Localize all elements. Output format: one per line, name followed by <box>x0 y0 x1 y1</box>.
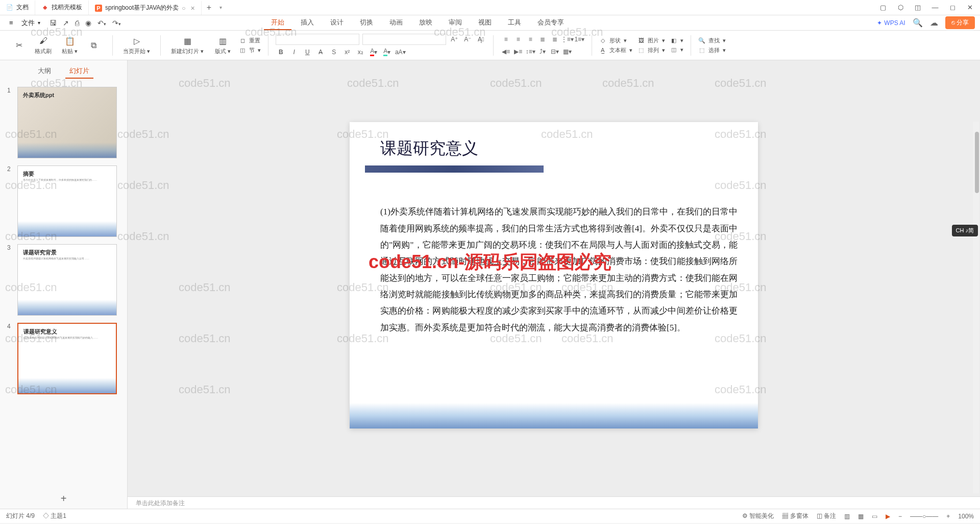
ribbon-tab-design[interactable]: 设计 <box>323 16 351 30</box>
slide-body-text[interactable]: (1)外卖系统伴随着计算机网络的飞速发展而实现能巧妙的融入我们的日常中，在我们的… <box>380 204 738 336</box>
columns-icon[interactable]: ▦▾ <box>562 46 572 57</box>
subscript-button[interactable]: x₂ <box>355 47 365 57</box>
save-icon[interactable]: 🖫 <box>50 19 57 27</box>
print-icon[interactable]: ⎙ <box>75 19 79 27</box>
textbox-button[interactable]: A̲文本框 ▾ <box>599 46 632 54</box>
theme-info[interactable]: ◇ 主题1 <box>43 512 66 520</box>
select-button[interactable]: ⬚选择 ▾ <box>698 46 726 54</box>
multi-window-button[interactable]: ▦ 多窗体 <box>782 512 808 520</box>
sidebar-tab-outline[interactable]: 大纲 <box>34 64 55 79</box>
strikethrough-button[interactable]: A̶ <box>315 47 326 57</box>
align-right-icon[interactable]: ≡ <box>525 34 535 44</box>
align-left-icon[interactable]: ≡ <box>501 34 511 44</box>
underline-button[interactable]: U <box>302 47 312 57</box>
thumbnail-1[interactable]: 外卖系统ppt <box>17 87 117 158</box>
clear-format-icon[interactable]: Ąͯ <box>476 34 486 44</box>
ribbon-tab-slideshow[interactable]: 放映 <box>412 16 439 30</box>
font-color-button[interactable]: A▾ <box>369 47 379 57</box>
preview-icon[interactable]: ◉ <box>85 19 91 27</box>
thumbnail-2[interactable]: 摘要 当今社会进入了科技发展时代，许多科技的快速发展给我们的…… <box>17 165 117 237</box>
view-reading-icon[interactable]: ▭ <box>872 513 877 520</box>
minimize-button[interactable]: — <box>931 4 939 12</box>
cube-icon[interactable]: ◫ <box>914 4 922 12</box>
ribbon-tab-tools[interactable]: 工具 <box>501 16 528 30</box>
notes-toggle[interactable]: ◫ 备注 <box>817 512 836 520</box>
line-spacing-icon[interactable]: ↕≡▾ <box>525 46 535 57</box>
numbering-icon[interactable]: 1≡▾ <box>574 34 584 44</box>
hamburger-icon[interactable]: ≡ <box>5 19 17 27</box>
ribbon-tab-review[interactable]: 审阅 <box>442 16 469 30</box>
search-icon[interactable]: 🔍 <box>913 18 923 28</box>
tab-documents[interactable]: 📄 文档 <box>0 1 35 15</box>
thumbnail-item[interactable]: 4 课题研究意义 (1)外卖系统伴随着计算机网络的飞速发展而实现能巧妙的融入…… <box>7 323 120 394</box>
zoom-slider[interactable]: ——○—— <box>910 513 938 520</box>
bullets-icon[interactable]: ⋮≡▾ <box>562 34 572 44</box>
share-button[interactable]: ⎋ 分享 <box>945 16 975 29</box>
package-icon[interactable]: ⬡ <box>896 4 904 12</box>
tab-current-presentation[interactable]: P springboot基于JAVA的外卖 ○ × <box>89 1 202 15</box>
window-layout-icon[interactable]: ▢ <box>879 4 887 12</box>
ribbon-tab-start[interactable]: 开始 <box>264 16 291 30</box>
sidebar-tab-slides[interactable]: 幻灯片 <box>65 64 93 79</box>
export-icon[interactable]: ↗ <box>63 19 69 27</box>
superscript-button[interactable]: x² <box>342 47 352 57</box>
shadow-button[interactable]: S <box>329 47 339 57</box>
font-family-select[interactable] <box>276 34 359 45</box>
redo-icon[interactable]: ↷▾ <box>112 19 121 27</box>
view-sorter-icon[interactable]: ▦ <box>858 513 864 520</box>
cloud-icon[interactable]: ☁ <box>930 18 938 28</box>
close-button[interactable]: ✕ <box>966 4 974 12</box>
thumbnail-panel[interactable]: 1 外卖系统ppt 2 摘要 当今社会进入了科技发展时代，许多科技的快速发展给我… <box>0 83 127 489</box>
zoom-in-button[interactable]: + <box>946 513 950 520</box>
shape-button[interactable]: ◇形状 ▾ <box>599 37 632 44</box>
undo-icon[interactable]: ↶▾ <box>97 19 106 27</box>
thumbnail-item[interactable]: 2 摘要 当今社会进入了科技发展时代，许多科技的快速发展给我们的…… <box>7 165 120 237</box>
highlight-button[interactable]: A▾ <box>382 47 392 57</box>
start-from-current-button[interactable]: ▷ 当页开始 ▾ <box>120 35 153 55</box>
picture-button[interactable]: 🖼图片 ▾ <box>638 37 665 44</box>
thumbnail-3[interactable]: 课题研究背景 外卖系统伴随着计算机网络的飞速发展而实现融入日常…… <box>17 244 117 316</box>
outline-button[interactable]: ◫▾ <box>670 46 683 54</box>
tab-dropdown-icon[interactable]: ▾ <box>219 5 222 10</box>
canvas-area[interactable]: 课题研究意义 (1)外卖系统伴随着计算机网络的飞速发展而实现能巧妙的融入我们的日… <box>128 60 980 509</box>
change-case-button[interactable]: aA▾ <box>395 47 405 57</box>
new-slide-button[interactable]: ▦ 新建幻灯片 ▾ <box>168 35 207 55</box>
fill-button[interactable]: ◧▾ <box>670 37 683 44</box>
ribbon-tab-view[interactable]: 视图 <box>471 16 499 30</box>
zoom-out-button[interactable]: − <box>898 513 902 520</box>
section-button[interactable]: ◫节 ▾ <box>239 46 261 54</box>
slide-title[interactable]: 课题研究意义 <box>380 137 478 160</box>
maximize-button[interactable]: ◻ <box>948 4 957 12</box>
ribbon-tab-transition[interactable]: 切换 <box>353 16 380 30</box>
cut-button[interactable]: ✂ <box>10 40 28 51</box>
slide-canvas[interactable]: 课题研究意义 (1)外卖系统伴随着计算机网络的飞速发展而实现能巧妙的融入我们的日… <box>350 122 758 428</box>
justify-icon[interactable]: ≣ <box>537 34 548 44</box>
wps-ai-button[interactable]: ✦ WPS AI <box>877 19 905 27</box>
italic-button[interactable]: I <box>289 47 299 57</box>
format-painter-button[interactable]: 🖌 格式刷 <box>32 35 55 55</box>
scrollbar-thumb[interactable] <box>975 132 979 193</box>
file-menu[interactable]: 文件 ▾ <box>17 18 44 28</box>
reset-button[interactable]: ◻重置 <box>239 37 261 44</box>
copy-button[interactable]: ⧉ <box>85 40 102 51</box>
ribbon-tab-insert[interactable]: 插入 <box>293 16 321 30</box>
text-direction-icon[interactable]: ⤴▾ <box>537 46 548 57</box>
font-size-select[interactable] <box>362 34 446 45</box>
find-button[interactable]: 🔍查找 ▾ <box>698 37 726 44</box>
increase-indent-icon[interactable]: ▶≡ <box>513 46 523 57</box>
add-slide-button[interactable]: + <box>0 489 127 509</box>
distribute-icon[interactable]: ≣ <box>550 34 560 44</box>
thumbnail-4[interactable]: 课题研究意义 (1)外卖系统伴随着计算机网络的飞速发展而实现能巧妙的融入…… <box>17 323 117 394</box>
ribbon-tab-animation[interactable]: 动画 <box>382 16 410 30</box>
ribbon-tab-member[interactable]: 会员专享 <box>530 16 571 30</box>
layout-button[interactable]: ▥ 版式 ▾ <box>212 35 234 55</box>
smart-beautify-button[interactable]: ⚙ 智能美化 <box>742 512 774 520</box>
add-tab-button[interactable]: + <box>202 3 216 12</box>
increase-font-icon[interactable]: A⁺ <box>449 34 459 44</box>
paste-button[interactable]: 📋 粘贴 ▾ <box>59 35 81 55</box>
thumbnail-item[interactable]: 3 课题研究背景 外卖系统伴随着计算机网络的飞速发展而实现融入日常…… <box>7 244 120 316</box>
notes-area[interactable]: 单击此处添加备注 <box>128 496 980 509</box>
thumbnail-item[interactable]: 1 外卖系统ppt <box>7 87 120 158</box>
bold-button[interactable]: B <box>276 47 286 57</box>
decrease-indent-icon[interactable]: ◀≡ <box>501 46 511 57</box>
